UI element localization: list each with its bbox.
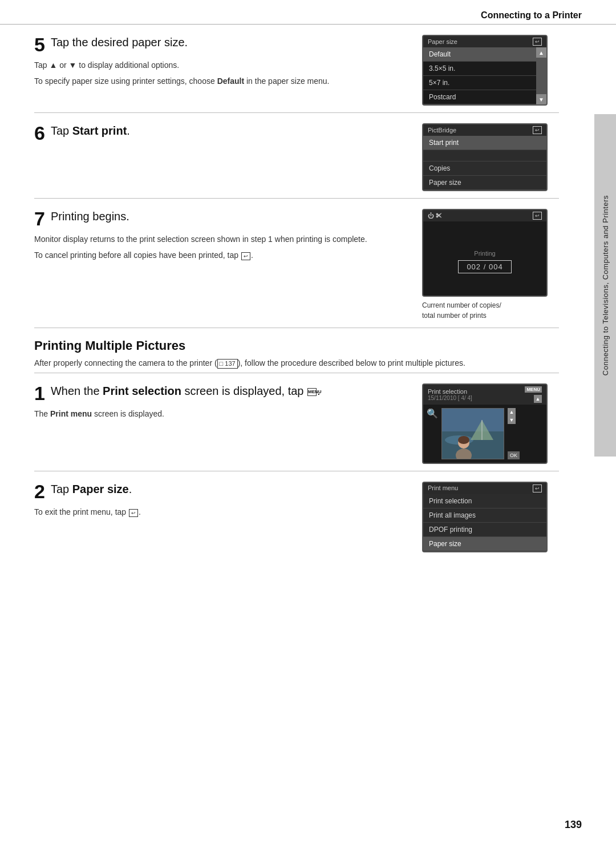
step-5-body2: To specify paper size using printer sett… bbox=[34, 75, 408, 87]
down-arrow-sel[interactable]: ▼ bbox=[508, 416, 516, 424]
copies-item: Copies bbox=[423, 161, 546, 176]
step-5-body1: Tap ▲ or ▼ to display additional options… bbox=[34, 59, 408, 71]
ok-button[interactable]: OK bbox=[508, 451, 520, 459]
section-step-2-body: To exit the print menu, tap ↩. bbox=[34, 506, 408, 518]
scroll-down-btn[interactable]: ▼ bbox=[536, 94, 546, 104]
papersize-item: Paper size bbox=[423, 176, 546, 190]
print-menu-header: Print menu ↩ bbox=[423, 483, 546, 494]
section-step-1-body: The Print menu screen is displayed. bbox=[34, 407, 408, 420]
printing-counter: 002 / 004 bbox=[458, 260, 511, 273]
up-arrow-sel[interactable]: ▲ bbox=[534, 395, 542, 403]
step-7-body: Monitor display returns to the print sel… bbox=[34, 233, 408, 262]
pictbridge-header: PictBridge ↩ bbox=[423, 124, 546, 136]
step-5-body: Tap ▲ or ▼ to display additional options… bbox=[34, 59, 408, 88]
back-icon-4: ↩ bbox=[533, 484, 542, 492]
printing-multiple-section: Printing Multiple Pictures After properl… bbox=[34, 328, 559, 373]
page-header: Connecting to a Printer bbox=[0, 0, 616, 25]
section-step-2: 2 Tap Paper size. To exit the print menu… bbox=[34, 471, 559, 559]
section-step-2-title: 2 Tap Paper size. bbox=[34, 482, 408, 501]
paper-size-bold: Paper size bbox=[72, 483, 129, 495]
section-step-2-number: 2 bbox=[34, 482, 45, 501]
step-5-default-bold: Default bbox=[217, 76, 244, 86]
paper-size-list: Default 3.5×5 in. 5×7 in. Postcard ▲ ▼ bbox=[423, 47, 546, 104]
printing-inner: Printing 002 / 004 bbox=[423, 221, 546, 296]
section-step-1-title: 1 When the Print selection screen is dis… bbox=[34, 383, 408, 403]
step-5-section: 5 Tap the desired paper size. Tap ▲ or ▼… bbox=[34, 25, 559, 113]
main-content: 5 Tap the desired paper size. Tap ▲ or ▼… bbox=[0, 25, 616, 571]
back-icon-2: ↩ bbox=[533, 126, 542, 134]
start-print-item: Start print bbox=[423, 136, 546, 150]
print-menu-screen: Print menu ↩ Print selection Print all i… bbox=[422, 482, 548, 552]
section-step-2-left: 2 Tap Paper size. To exit the print menu… bbox=[34, 482, 408, 522]
paper-size-header: Paper size ↩ bbox=[423, 36, 546, 47]
empty-item bbox=[423, 150, 546, 161]
print-sel-body: 🔍 bbox=[423, 405, 546, 463]
print-all-images-item: Print all images bbox=[423, 508, 546, 523]
print-selection-screen: Print selection 15/11/2010 [ 4/ 4] MENU … bbox=[422, 383, 548, 464]
step-7-left: 7 Printing begins. Monitor display retur… bbox=[34, 209, 408, 265]
section-step-1: 1 When the Print selection screen is dis… bbox=[34, 373, 559, 471]
step-7-title: 7 Printing begins. bbox=[34, 209, 408, 228]
page-container: Connecting to Televisions, Computers and… bbox=[0, 0, 616, 848]
paper-size-35x5: 3.5×5 in. bbox=[423, 62, 536, 76]
step-5-title: 5 Tap the desired paper size. bbox=[34, 35, 408, 54]
step-6-title-pre: Tap bbox=[51, 124, 72, 137]
menu-icon-inline: MENU bbox=[307, 388, 317, 396]
scroll-col: ▲ ▼ bbox=[536, 47, 546, 104]
back-icon-3: ↩ bbox=[533, 212, 542, 220]
step-5-screen: Paper size ↩ Default 3.5×5 in. 5×7 in. P… bbox=[422, 35, 559, 106]
paper-size-menu-item: Paper size bbox=[423, 537, 546, 551]
step-6-title-bold: Start print bbox=[72, 124, 127, 137]
section-step-1-number: 1 bbox=[34, 383, 45, 403]
step-6-section: 6 Tap Start print. PictBridge ↩ Start pr… bbox=[34, 113, 559, 199]
zoom-icon: 🔍 bbox=[427, 408, 438, 419]
step-5-left: 5 Tap the desired paper size. Tap ▲ or ▼… bbox=[34, 35, 408, 91]
svg-point-7 bbox=[458, 436, 469, 444]
print-selection-menu-item: Print selection bbox=[423, 494, 546, 508]
step-7-number: 7 bbox=[34, 209, 45, 228]
step-6-screen: PictBridge ↩ Start print Copies Paper si… bbox=[422, 123, 559, 191]
up-arrow-sel2[interactable]: ▲ bbox=[508, 408, 516, 416]
page-number: 139 bbox=[565, 819, 582, 831]
print-menu-items: Print selection Print all images DPOF pr… bbox=[423, 494, 546, 551]
step-7-body1: Monitor display returns to the print sel… bbox=[34, 233, 408, 245]
pictbridge-list: Start print Copies Paper size bbox=[423, 136, 546, 190]
paper-size-screen: Paper size ↩ Default 3.5×5 in. 5×7 in. P… bbox=[422, 35, 548, 106]
step-6-title-end: . bbox=[127, 124, 130, 137]
sidebar-tab: Connecting to Televisions, Computers and… bbox=[594, 114, 616, 457]
step-6-title: 6 Tap Start print. bbox=[34, 123, 408, 143]
print-sel-header: Print selection 15/11/2010 [ 4/ 4] MENU … bbox=[423, 385, 546, 405]
step-7-body2: To cancel printing before all copies hav… bbox=[34, 249, 408, 261]
step-7-section: 7 Printing begins. Monitor display retur… bbox=[34, 199, 559, 328]
step-6-number: 6 bbox=[34, 123, 45, 143]
printing-screen-header: ⏻ ✂ ↩ bbox=[423, 210, 546, 221]
printing-caption: Current number of copies/ total number o… bbox=[422, 300, 559, 321]
photo-thumbnail bbox=[441, 408, 504, 459]
header-title: Connecting to a Printer bbox=[481, 10, 582, 20]
paper-size-5x7: 5×7 in. bbox=[423, 76, 536, 90]
back-icon: ↩ bbox=[533, 38, 542, 46]
section-intro: After properly connecting the camera to … bbox=[34, 357, 559, 369]
section-step-2-screen: Print menu ↩ Print selection Print all i… bbox=[422, 482, 559, 552]
paper-size-postcard: Postcard bbox=[423, 90, 536, 104]
dpof-printing-item: DPOF printing bbox=[423, 523, 546, 537]
step-6-left: 6 Tap Start print. bbox=[34, 123, 408, 147]
printing-screen: ⏻ ✂ ↩ Printing 002 / 004 bbox=[422, 209, 548, 297]
section-step-1-screen: Print selection 15/11/2010 [ 4/ 4] MENU … bbox=[422, 383, 559, 464]
printing-label: Printing bbox=[474, 250, 495, 257]
section-step-1-left: 1 When the Print selection screen is dis… bbox=[34, 383, 408, 423]
photo-svg bbox=[442, 409, 504, 459]
menu-icon-screen: MENU bbox=[525, 386, 542, 393]
printing-multiple-title: Printing Multiple Pictures bbox=[34, 338, 559, 353]
step-5-title-text: Tap the desired paper size. bbox=[51, 36, 188, 49]
step-7-title-text: Printing begins. bbox=[51, 210, 129, 223]
scroll-up-btn[interactable]: ▲ bbox=[536, 47, 546, 58]
sidebar-label: Connecting to Televisions, Computers and… bbox=[601, 195, 610, 375]
pictbridge-screen: PictBridge ↩ Start print Copies Paper si… bbox=[422, 123, 548, 191]
paper-size-default: Default bbox=[423, 47, 536, 62]
cancel-icon: ↩ bbox=[241, 252, 250, 260]
exit-icon: ↩ bbox=[129, 509, 138, 517]
step-5-number: 5 bbox=[34, 35, 45, 54]
step-7-screen-area: ⏻ ✂ ↩ Printing 002 / 004 Current number … bbox=[422, 209, 559, 321]
print-selection-bold: Print selection bbox=[103, 385, 181, 397]
